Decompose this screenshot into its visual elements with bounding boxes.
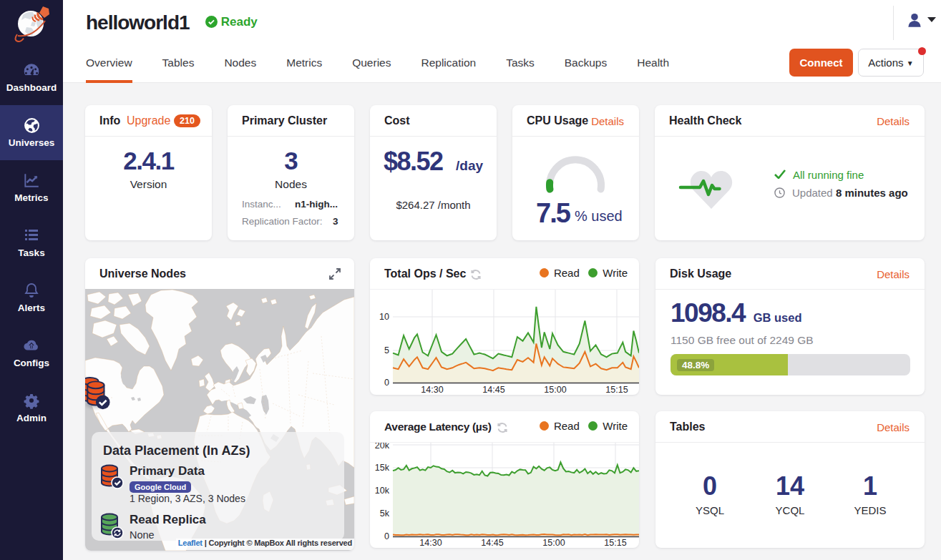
svg-text:10: 10	[379, 312, 389, 322]
svg-text:5: 5	[384, 345, 389, 355]
svg-text:0: 0	[384, 531, 389, 541]
svg-text:15:00: 15:00	[544, 385, 566, 395]
svg-text:0: 0	[384, 378, 389, 388]
svg-text:15:00: 15:00	[542, 538, 565, 548]
svg-text:14:30: 14:30	[419, 538, 442, 548]
svg-text:15:15: 15:15	[605, 385, 628, 395]
svg-text:14:45: 14:45	[482, 385, 504, 395]
svg-text:20k: 20k	[375, 443, 390, 451]
svg-text:15:15: 15:15	[604, 538, 626, 548]
svg-text:15k: 15k	[375, 463, 390, 473]
svg-text:10k: 10k	[375, 486, 390, 496]
svg-text:14:45: 14:45	[481, 538, 503, 548]
svg-text:5k: 5k	[380, 509, 390, 519]
svg-text:14:30: 14:30	[421, 385, 443, 395]
